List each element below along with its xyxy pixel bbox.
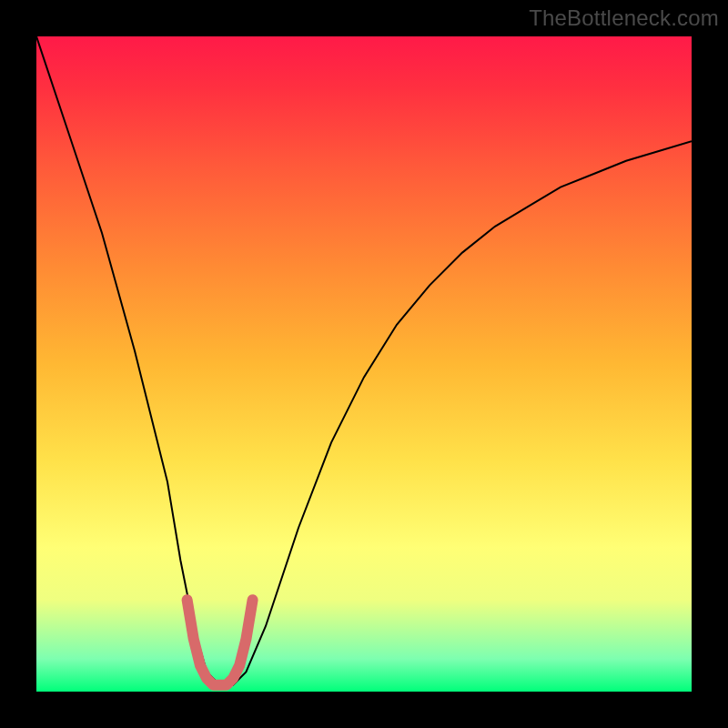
bottleneck-curve bbox=[36, 36, 692, 685]
watermark-text: TheBottleneck.com bbox=[529, 5, 719, 31]
curve-svg bbox=[36, 36, 692, 692]
chart-frame: TheBottleneck.com bbox=[0, 0, 728, 728]
highlight-region bbox=[187, 600, 253, 685]
plot-area bbox=[36, 36, 692, 692]
